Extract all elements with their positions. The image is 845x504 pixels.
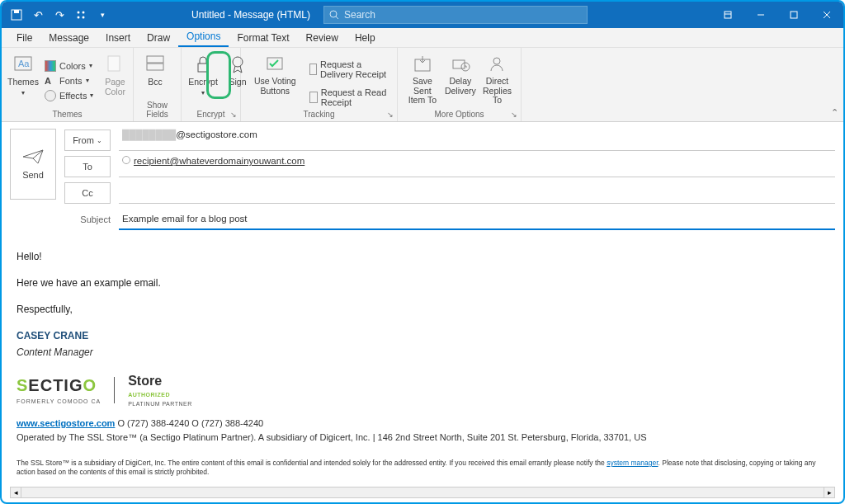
to-input[interactable]: recipient@whateverdomainyouwant.com — [119, 156, 835, 177]
compose-header: Send From ⌄ ████████@sectigostore.com To… — [2, 122, 843, 234]
body-greeting: Hello! — [17, 249, 828, 264]
effects-button[interactable]: Effects ▾ — [41, 88, 97, 103]
delivery-receipt-checkbox[interactable]: Request a Delivery Receipt — [306, 58, 392, 81]
window-title: Untitled - Message (HTML) — [191, 9, 310, 21]
save-icon[interactable] — [8, 7, 25, 23]
svg-rect-1 — [14, 10, 19, 13]
cc-button[interactable]: Cc — [64, 182, 111, 204]
tab-draw[interactable]: Draw — [139, 29, 178, 47]
lock-icon — [193, 54, 213, 74]
close-button[interactable] — [810, 2, 843, 28]
tab-help[interactable]: Help — [347, 29, 384, 47]
to-button[interactable]: To — [64, 156, 111, 177]
body-closing: Respectfully, — [17, 302, 828, 317]
signature-address: Operated by The SSL Store™ (a Sectigo Pl… — [17, 432, 646, 442]
from-button[interactable]: From ⌄ — [64, 130, 111, 151]
signature-title: Content Manager — [17, 346, 93, 358]
tab-review[interactable]: Review — [298, 29, 347, 47]
svg-rect-16 — [108, 56, 120, 71]
store-logo: Store AUTHORIZED PLATINUM PARTNER — [128, 371, 192, 408]
svg-text:Aa: Aa — [18, 59, 30, 68]
redo-icon[interactable]: ↷ — [51, 7, 68, 23]
tab-message[interactable]: Message — [40, 29, 97, 47]
message-body[interactable]: Hello! Here we have an example email. Re… — [2, 234, 843, 504]
more-options-launcher-icon[interactable]: ↘ — [511, 111, 517, 119]
contact-chip-icon — [122, 156, 130, 164]
tab-insert[interactable]: Insert — [97, 29, 139, 47]
themes-button[interactable]: Aa Themes ▾ — [7, 51, 40, 110]
subject-label: Subject — [64, 209, 111, 230]
search-icon — [329, 10, 339, 20]
undo-icon[interactable]: ↶ — [30, 7, 46, 23]
from-value: ████████@sectigostore.com — [119, 130, 835, 151]
system-manager-link[interactable]: system manager — [607, 459, 658, 467]
titlebar: ↶ ↷ ▾ Untitled - Message (HTML) Search — [2, 2, 843, 28]
minimize-button[interactable] — [744, 2, 777, 28]
qat-dropdown-icon[interactable]: ▾ — [94, 7, 111, 23]
bcc-button[interactable]: Bcc — [139, 51, 172, 101]
scroll-right-icon[interactable]: ▸ — [824, 487, 835, 498]
voting-button[interactable]: Use Voting Buttons — [246, 51, 304, 110]
horizontal-scrollbar[interactable]: ◂ ▸ — [10, 486, 835, 499]
encrypt-button[interactable]: Encrypt ▾ — [186, 51, 220, 110]
send-button[interactable]: Send — [10, 129, 56, 200]
maximize-button[interactable] — [777, 2, 810, 28]
body-line: Here we have an example email. — [17, 276, 828, 290]
sectigo-logo: SECTIGO — [17, 373, 101, 398]
svg-point-2 — [78, 12, 80, 14]
svg-rect-18 — [147, 64, 163, 70]
svg-rect-19 — [198, 64, 208, 72]
page-color-button[interactable]: Page Color — [98, 51, 131, 110]
colors-button[interactable]: Colors ▾ — [41, 59, 97, 73]
search-input[interactable]: Search — [323, 6, 588, 24]
delay-delivery-button[interactable]: Delay Delivery — [444, 51, 477, 110]
menu-tabs: File Message Insert Draw Options Format … — [2, 28, 843, 48]
read-receipt-checkbox[interactable]: Request a Read Receipt — [306, 86, 392, 109]
touch-mode-icon[interactable] — [73, 7, 89, 23]
disclaimer: The SSL Store™ is a subsidiary of DigiCe… — [17, 459, 828, 477]
quick-access-toolbar: ↶ ↷ ▾ — [2, 7, 111, 23]
svg-rect-23 — [453, 60, 465, 68]
svg-line-7 — [336, 16, 338, 19]
tab-format-text[interactable]: Format Text — [229, 29, 297, 47]
signature-url[interactable]: www.sectigostore.com — [17, 418, 115, 428]
svg-point-5 — [83, 16, 85, 19]
fonts-button[interactable]: AFonts ▾ — [41, 74, 97, 87]
scroll-left-icon[interactable]: ◂ — [10, 487, 21, 498]
svg-point-3 — [83, 12, 85, 14]
ribbon-display-icon[interactable] — [711, 2, 744, 28]
svg-rect-17 — [147, 56, 163, 63]
svg-point-25 — [493, 58, 500, 64]
collapse-ribbon-icon[interactable]: ⌃ — [831, 107, 838, 118]
subject-input[interactable] — [119, 209, 835, 230]
svg-rect-11 — [791, 12, 797, 18]
tracking-launcher-icon[interactable]: ↘ — [387, 111, 394, 119]
svg-point-4 — [78, 16, 80, 19]
save-sent-button[interactable]: Save Sent Item To — [403, 51, 442, 110]
signature-name: CASEY CRANE — [17, 330, 88, 341]
tab-options[interactable]: Options — [178, 27, 229, 47]
tab-file[interactable]: File — [8, 29, 40, 47]
signature-logo: SECTIGO FORMERLY COMODO CA Store AUTHORI… — [17, 371, 828, 408]
cc-input[interactable] — [119, 182, 835, 204]
encrypt-launcher-icon[interactable]: ↘ — [230, 111, 237, 119]
paper-plane-icon — [21, 148, 45, 165]
svg-rect-8 — [725, 12, 731, 18]
ribbon: Aa Themes ▾ Colors ▾ AFonts ▾ Effects ▾ … — [2, 48, 843, 122]
direct-replies-button[interactable]: Direct Replies To — [479, 51, 516, 110]
svg-point-6 — [330, 11, 337, 17]
